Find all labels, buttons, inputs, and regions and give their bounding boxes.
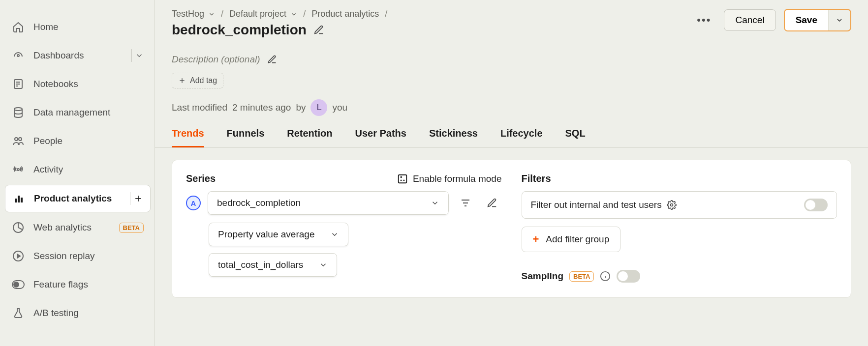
chevron-down-icon[interactable] <box>135 51 144 60</box>
tab-lifecycle[interactable]: Lifecycle <box>500 128 543 147</box>
config-panel: Series Enable formula mode A bedrock_com… <box>172 160 851 298</box>
topbar: TestHog / Default project / Product anal… <box>155 0 868 44</box>
breadcrumb-sep: / <box>221 9 223 19</box>
chevron-down-icon <box>290 11 297 18</box>
enable-formula-mode[interactable]: Enable formula mode <box>397 173 502 184</box>
main: TestHog / Default project / Product anal… <box>155 0 868 346</box>
sampling-row: Sampling BETA <box>522 270 837 283</box>
breadcrumb-sep: / <box>303 9 306 19</box>
sidebar-item-people[interactable]: People <box>5 128 151 154</box>
tab-user-paths[interactable]: User Paths <box>355 128 406 147</box>
sidebar-item-label: Dashboards <box>33 50 84 61</box>
flask-icon <box>12 307 25 319</box>
chevron-down-icon <box>330 230 339 239</box>
svg-point-6 <box>19 138 22 141</box>
toggle-icon <box>12 278 25 291</box>
chevron-down-icon <box>208 11 215 18</box>
breadcrumb-sep: / <box>385 9 387 19</box>
divider <box>131 49 132 62</box>
tab-retention[interactable]: Retention <box>287 128 332 147</box>
gear-icon[interactable] <box>667 200 677 210</box>
svg-marker-15 <box>17 254 20 258</box>
save-button-group: Save <box>784 9 851 31</box>
plus-icon[interactable] <box>133 194 143 203</box>
sidebar-item-web-analytics[interactable]: Web analytics BETA <box>5 214 151 241</box>
breadcrumb-org[interactable]: TestHog <box>172 9 215 19</box>
sidebar-item-ab-testing[interactable]: A/B testing <box>5 300 151 326</box>
breadcrumb-section[interactable]: Product analytics <box>311 9 379 19</box>
breadcrumb-project[interactable]: Default project <box>229 9 297 19</box>
svg-rect-8 <box>15 199 17 202</box>
series-badge: A <box>186 196 201 210</box>
tab-funnels[interactable]: Funnels <box>227 128 265 147</box>
event-selector[interactable]: bedrock_completion <box>208 191 449 215</box>
filters-heading: Filters <box>522 173 551 184</box>
filters-section: Filters Filter out internal and test use… <box>522 173 837 283</box>
beta-badge: BETA <box>569 271 594 282</box>
sidebar-item-label: People <box>33 136 62 146</box>
avatar[interactable]: L <box>310 99 327 116</box>
notebook-icon <box>12 78 25 90</box>
pie-chart-icon <box>12 221 25 234</box>
sidebar-item-label: Data management <box>33 107 110 118</box>
info-icon[interactable] <box>600 271 611 282</box>
edit-icon[interactable] <box>313 25 324 35</box>
chevron-down-icon <box>431 199 439 207</box>
svg-point-7 <box>17 169 19 171</box>
tab-trends[interactable]: Trends <box>172 128 204 147</box>
svg-point-28 <box>670 204 673 206</box>
save-dropdown-button[interactable] <box>828 10 850 30</box>
sidebar-item-label: Session replay <box>33 251 95 261</box>
description-placeholder[interactable]: Description (optional) <box>172 54 260 65</box>
tab-stickiness[interactable]: Stickiness <box>429 128 478 147</box>
home-icon <box>12 21 25 33</box>
sidebar-item-label: Home <box>33 22 59 32</box>
sidebar-item-home[interactable]: Home <box>5 14 151 40</box>
sidebar-item-label: Activity <box>33 164 63 175</box>
svg-rect-10 <box>21 198 23 202</box>
filter-icon[interactable] <box>456 193 475 213</box>
aggregation-selector[interactable]: Property value average <box>209 223 348 246</box>
add-filter-group-button[interactable]: + Add filter group <box>522 227 621 252</box>
series-section: Series Enable formula mode A bedrock_com… <box>186 173 502 283</box>
sidebar-item-data-management[interactable]: Data management <box>5 99 151 126</box>
sidebar-item-label: A/B testing <box>33 308 79 318</box>
breadcrumb: TestHog / Default project / Product anal… <box>172 9 387 19</box>
edit-icon[interactable] <box>482 193 502 213</box>
cancel-button[interactable]: Cancel <box>724 9 775 31</box>
save-button[interactable]: Save <box>785 10 828 30</box>
sidebar-item-feature-flags[interactable]: Feature flags <box>5 271 151 298</box>
people-icon <box>12 135 25 147</box>
formula-icon <box>397 173 408 184</box>
database-icon <box>12 106 25 119</box>
svg-point-4 <box>14 108 22 111</box>
filter-internal-toggle[interactable] <box>804 199 828 211</box>
bar-chart-icon <box>12 192 25 205</box>
sampling-toggle[interactable] <box>617 270 640 283</box>
insight-tabs: Trends Funnels Retention User Paths Stic… <box>155 116 868 148</box>
tab-sql[interactable]: SQL <box>565 128 586 147</box>
filter-internal-users: Filter out internal and test users <box>522 191 837 219</box>
beta-badge: BETA <box>119 223 144 233</box>
sidebar-item-dashboards[interactable]: Dashboards <box>5 42 151 69</box>
more-menu-button[interactable]: ••• <box>692 11 716 29</box>
chevron-down-icon <box>319 260 328 269</box>
plus-icon <box>178 77 186 85</box>
property-selector[interactable]: total_cost_in_dollars <box>209 253 337 277</box>
meta-section: Description (optional) Add tag Last modi… <box>155 44 868 116</box>
gauge-icon <box>12 49 25 62</box>
sidebar-item-session-replay[interactable]: Session replay <box>5 243 151 269</box>
svg-rect-9 <box>18 196 20 202</box>
insight-title[interactable]: bedrock_completion <box>172 22 307 38</box>
play-circle-icon <box>12 250 25 262</box>
add-tag-button[interactable]: Add tag <box>172 73 223 88</box>
sidebar-item-notebooks[interactable]: Notebooks <box>5 71 151 97</box>
sidebar-item-activity[interactable]: Activity <box>5 156 151 183</box>
sidebar-item-label: Feature flags <box>33 279 88 290</box>
chevron-down-icon <box>836 16 843 24</box>
sidebar-item-label: Notebooks <box>33 79 78 89</box>
sidebar-item-label: Product analytics <box>34 193 112 204</box>
plus-icon: + <box>533 233 539 246</box>
edit-icon[interactable] <box>267 55 277 64</box>
sidebar-item-product-analytics[interactable]: Product analytics <box>5 185 151 212</box>
